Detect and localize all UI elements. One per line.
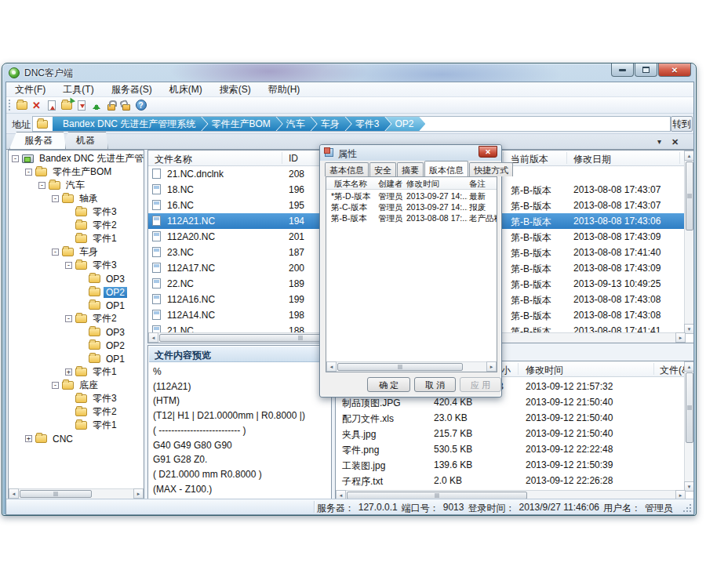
help-button[interactable] [133, 98, 148, 112]
scroll-thumb[interactable] [686, 162, 693, 230]
tree-node[interactable]: 零件1 [9, 419, 144, 432]
expand-toggle-icon[interactable]: - [52, 249, 59, 256]
attachment-row[interactable]: 配刀文件.xls 23.0 KB 2013-09-12 21:50:40 [336, 410, 684, 426]
column-header-version[interactable]: 当前版本 [511, 153, 548, 166]
expand-toggle-icon[interactable]: - [12, 155, 19, 162]
tree-node[interactable]: OP2 [9, 285, 144, 299]
tree-node[interactable]: - 底座 [9, 379, 144, 392]
breadcrumb-segment[interactable]: Bandex DNC 先进生产管理系统 [53, 116, 207, 132]
toolbar-grip[interactable] [9, 100, 11, 111]
attachment-row[interactable]: 夹具.jpg 215.7 KB 2013-09-12 21:50:40 [336, 426, 684, 441]
tree-node[interactable]: + 零件1 [9, 365, 144, 379]
tree-node[interactable]: + CNC [9, 432, 144, 445]
document-tab[interactable]: 机器 [61, 132, 108, 149]
expand-toggle-icon[interactable]: + [65, 368, 72, 376]
version-row[interactable]: 第-C-版本 管理员 2013-09-27 14:... 报废 [326, 201, 497, 212]
column-header-modified[interactable]: 修改时间 [526, 364, 563, 377]
column-header-date[interactable]: 修改日期 [573, 153, 611, 166]
expand-toggle-icon[interactable]: - [52, 382, 59, 389]
resize-grip[interactable] [683, 504, 691, 512]
version-row[interactable]: 第-B-版本 管理员 2013-08-08 17:... 老产品程序 [326, 212, 497, 223]
dialog-horizontal-scrollbar[interactable]: ◂ ▸ [326, 361, 497, 372]
tree-node[interactable]: 零件3 [9, 392, 144, 405]
menu-item[interactable]: 帮助(H) [260, 82, 309, 98]
scroll-right-icon[interactable]: ▸ [486, 361, 497, 372]
expand-toggle-icon[interactable]: - [65, 315, 72, 322]
tree-node[interactable]: 零件2 [9, 219, 144, 232]
dialog-tab[interactable]: 快捷方式 [469, 162, 513, 176]
tree-node[interactable]: 零件1 [9, 232, 144, 245]
tree-node[interactable]: OP1 [9, 352, 144, 365]
scroll-up-icon[interactable]: ▴ [684, 361, 694, 372]
open-folder-button[interactable] [59, 98, 74, 112]
attachment-row[interactable]: 零件.png 530.5 KB 2013-09-12 22:22:48 [336, 441, 684, 457]
breadcrumb-segment[interactable]: 零件生产BOM [201, 116, 282, 132]
expand-toggle-icon[interactable]: - [38, 182, 45, 189]
tree-node[interactable]: OP1 [9, 299, 144, 312]
expand-toggle-icon[interactable]: + [25, 435, 32, 442]
send-button[interactable] [89, 98, 104, 112]
tree-node[interactable]: - 零件3 [9, 259, 144, 272]
scroll-left-icon[interactable]: ◂ [326, 361, 337, 372]
tree-node[interactable]: - 汽车 [9, 179, 144, 192]
apply-button[interactable]: 应 用 [460, 377, 501, 392]
menu-item[interactable]: 搜索(S) [211, 82, 260, 98]
column-header-version-name[interactable]: 版本名称 [334, 179, 367, 190]
scroll-right-icon[interactable]: ▸ [675, 332, 686, 343]
column-header-modified-time[interactable]: 修改时间 [406, 179, 439, 190]
version-row[interactable]: *第-D-版本 管理员 2013-09-27 14:... 最新 [326, 191, 497, 201]
expand-toggle-icon[interactable]: - [52, 195, 59, 202]
scroll-thumb[interactable] [686, 372, 693, 443]
lock-button[interactable] [104, 98, 118, 112]
unlock-button[interactable] [118, 98, 133, 112]
dialog-close-button[interactable]: ✕ [479, 146, 497, 158]
tree-node[interactable]: - Bandex DNC 先进生产管理系统 [9, 152, 144, 165]
scroll-left-icon[interactable]: ◂ [148, 332, 158, 343]
check-in-button[interactable] [44, 98, 59, 112]
column-header-id[interactable]: ID [289, 153, 298, 164]
menu-item[interactable]: 机床(M) [161, 82, 211, 98]
tab-close-icon[interactable]: ✕ [669, 136, 681, 147]
dialog-tab[interactable]: 摘要 [397, 162, 424, 176]
check-out-button[interactable] [74, 98, 89, 112]
dialog-tab[interactable]: 安全 [369, 162, 396, 176]
tree-node[interactable]: OP3 [9, 272, 144, 285]
column-header-creator[interactable]: 创建者 [378, 179, 403, 190]
tree-node[interactable]: - 轴承 [9, 192, 144, 205]
tree-node[interactable]: - 零件生产BOM [9, 165, 144, 179]
tree-node[interactable]: - 车身 [9, 245, 144, 259]
restore-button[interactable] [635, 64, 657, 77]
preview-content[interactable]: % (112A21) (HTM) (T12| H1 | D21.0000mm |… [153, 365, 329, 499]
file-list-vertical-scrollbar[interactable]: ▴ ▾ [684, 151, 694, 334]
minimize-button[interactable] [611, 64, 634, 77]
menu-item[interactable]: 服务器(S) [103, 82, 161, 98]
menu-item[interactable]: 文件(F) [6, 82, 54, 98]
title-bar[interactable]: DNC客户端 [2, 64, 696, 82]
expand-toggle-icon[interactable]: - [65, 262, 72, 269]
tree-node[interactable]: 零件2 [9, 405, 144, 419]
scroll-right-icon[interactable]: ▸ [133, 488, 144, 499]
scroll-up-icon[interactable]: ▴ [684, 151, 694, 161]
tab-list-dropdown-icon[interactable]: ▾ [653, 136, 665, 147]
tree-node[interactable]: OP2 [9, 339, 144, 352]
address-box[interactable]: Bandex DNC 先进生产管理系统 零件生产BOM 汽车 车身 零件3 OP… [32, 116, 671, 132]
tree-node[interactable]: OP3 [9, 325, 144, 339]
dialog-tab[interactable]: 基本信息 [325, 162, 369, 176]
dialog-title-bar[interactable]: 属性 ✕ [320, 145, 501, 161]
tree-node[interactable]: - 零件2 [9, 312, 144, 325]
attachment-row[interactable]: 工装图.jpg 139.6 KB 2013-09-12 21:50:39 [336, 457, 684, 473]
new-folder-button[interactable] [14, 98, 29, 112]
menu-item[interactable]: 工具(T) [54, 82, 102, 98]
scroll-left-icon[interactable]: ◂ [9, 488, 19, 499]
breadcrumb-segment[interactable]: 零件3 [345, 116, 391, 132]
cancel-button[interactable]: 取 消 [414, 377, 456, 392]
go-button[interactable]: 转到 [671, 116, 693, 132]
tree-horizontal-scrollbar[interactable]: ◂ ▸ [9, 488, 144, 499]
expand-toggle-icon[interactable]: - [25, 169, 32, 176]
attachments-vertical-scrollbar[interactable]: ▴ ▾ [684, 361, 694, 492]
column-header-note[interactable]: 备注 [469, 179, 486, 190]
scroll-thumb[interactable] [20, 490, 92, 498]
ok-button[interactable]: 确 定 [367, 377, 410, 392]
tree-node[interactable]: 零件3 [9, 205, 144, 219]
document-tab[interactable]: 服务器 [9, 132, 66, 149]
